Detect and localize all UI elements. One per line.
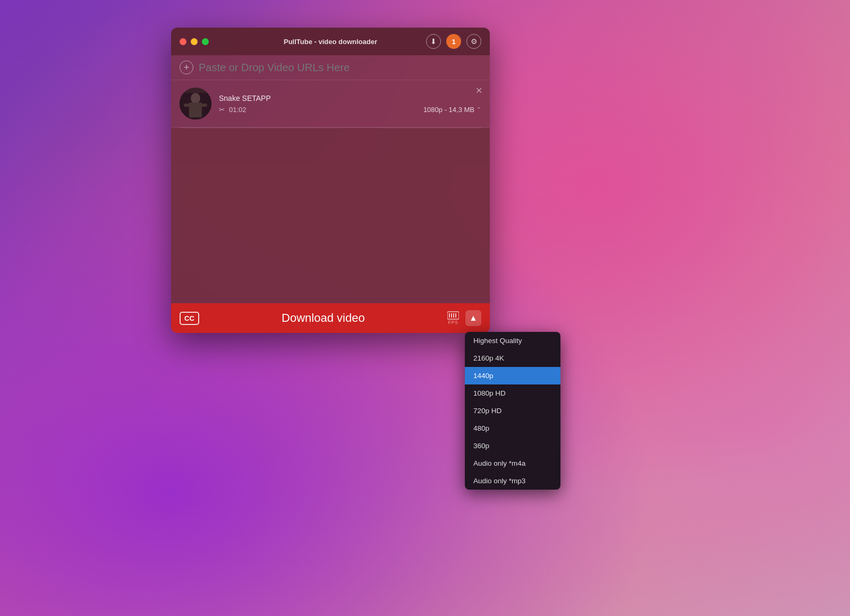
settings-button[interactable]: ⚙ (466, 34, 481, 49)
title-bar-controls: ⬇ 1 ⚙ (426, 34, 481, 49)
badge-button[interactable]: 1 (446, 34, 461, 49)
title-bar: PullTube - video downloader ⬇ 1 ⚙ (171, 28, 490, 55)
svg-rect-3 (189, 102, 202, 117)
video-duration: 01:02 (229, 106, 246, 114)
dropdown-item[interactable]: Audio only *m4a (465, 455, 560, 472)
quality-arrow-icon: ▲ (469, 313, 478, 323)
downloads-button[interactable]: ⬇ (426, 34, 441, 49)
quality-selector[interactable]: 1080p - 14,3 MB ⌃ (423, 106, 481, 114)
dropdown-item[interactable]: Highest Quality (465, 332, 560, 349)
url-input-area: + (171, 55, 490, 80)
quality-value: 1080p - 14,3 MB (423, 106, 474, 114)
svg-point-2 (191, 93, 200, 104)
download-video-label: Download video (282, 311, 365, 324)
close-button[interactable] (180, 38, 186, 45)
badge-count: 1 (452, 38, 455, 46)
content-area (171, 128, 490, 303)
traffic-lights (180, 38, 209, 45)
svg-rect-7 (449, 313, 450, 318)
svg-rect-8 (451, 313, 452, 318)
add-url-button[interactable]: + (180, 61, 193, 74)
quality-dropdown-button[interactable]: ▲ (465, 310, 481, 326)
fps-button[interactable]: FPS (447, 311, 459, 325)
cc-button[interactable]: CC (180, 312, 199, 325)
scissors-icon: ✂ (219, 106, 225, 114)
fps-icon (447, 311, 459, 320)
dropdown-item[interactable]: 480p (465, 420, 560, 437)
video-thumbnail (180, 88, 211, 119)
svg-rect-5 (201, 104, 207, 107)
dropdown-item[interactable]: 720p HD (465, 402, 560, 420)
quality-dropdown-menu: Highest Quality2160p 4K1440p1080p HD720p… (465, 332, 560, 490)
plus-icon: + (184, 62, 190, 73)
dropdown-item[interactable]: 360p (465, 437, 560, 455)
dropdown-item[interactable]: 1440p (465, 367, 560, 384)
dropdown-item[interactable]: Audio only *mp3 (465, 472, 560, 490)
svg-rect-10 (455, 313, 456, 318)
url-input[interactable] (199, 62, 481, 74)
app-window: PullTube - video downloader ⬇ 1 ⚙ + (171, 28, 490, 333)
video-meta: ✂ 01:02 1080p - 14,3 MB ⌃ (219, 106, 481, 114)
video-info: Snake SETAPP ✂ 01:02 1080p - 14,3 MB ⌃ (219, 94, 481, 114)
dropdown-item[interactable]: 1080p HD (465, 384, 560, 402)
video-item: Snake SETAPP ✂ 01:02 1080p - 14,3 MB ⌃ ✕ (171, 80, 490, 127)
minimize-button[interactable] (191, 38, 198, 45)
settings-icon: ⚙ (471, 37, 478, 46)
video-title: Snake SETAPP (219, 94, 481, 102)
download-icon: ⬇ (430, 37, 437, 46)
dropdown-item[interactable]: 2160p 4K (465, 349, 560, 367)
cc-label: CC (184, 314, 194, 322)
quality-chevron-icon: ⌃ (477, 106, 481, 113)
window-title: PullTube - video downloader (284, 38, 377, 46)
bottom-bar: CC Download video FPS ▲ (171, 303, 490, 333)
fps-label: FPS (448, 320, 458, 325)
svg-rect-4 (184, 104, 190, 107)
maximize-button[interactable] (202, 38, 209, 45)
download-video-button[interactable]: Download video (206, 311, 441, 325)
remove-item-button[interactable]: ✕ (475, 87, 482, 95)
svg-rect-9 (453, 313, 454, 318)
